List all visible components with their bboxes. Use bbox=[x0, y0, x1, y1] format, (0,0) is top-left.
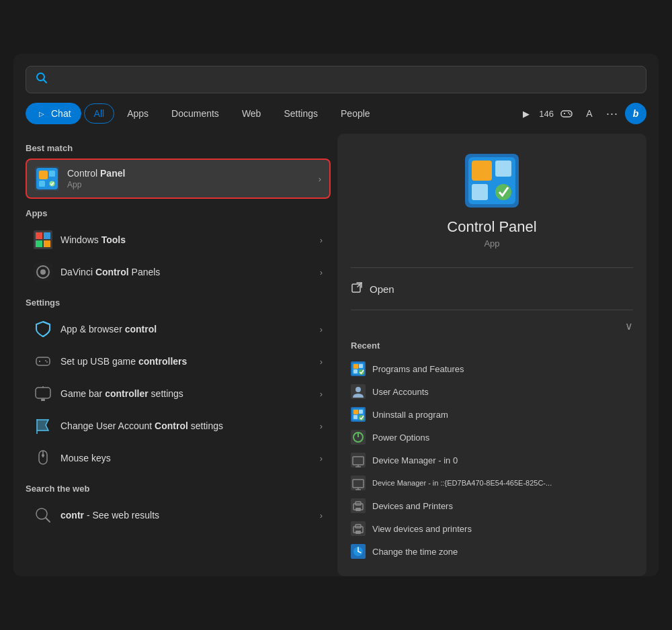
svg-rect-54 bbox=[359, 410, 363, 414]
chevron-icon: › bbox=[320, 324, 323, 334]
settings-item-mouse-keys[interactable]: Mouse keys › bbox=[26, 442, 331, 474]
uac-text: Change User Account Control settings bbox=[60, 420, 314, 431]
svg-rect-53 bbox=[353, 410, 358, 414]
svg-rect-16 bbox=[36, 240, 42, 247]
windows-tools-icon bbox=[34, 230, 52, 249]
svg-rect-55 bbox=[353, 415, 358, 419]
chevron-icon: › bbox=[320, 357, 323, 367]
tab-chat[interactable]: ▷ Chat bbox=[26, 103, 81, 124]
a-button[interactable]: A bbox=[579, 103, 599, 124]
open-button[interactable]: Open bbox=[351, 275, 633, 303]
tab-chat-label: Chat bbox=[51, 108, 71, 119]
tab-settings[interactable]: Settings bbox=[274, 103, 328, 124]
svg-rect-38 bbox=[495, 161, 511, 177]
best-match-subtitle: App bbox=[67, 180, 313, 189]
svg-rect-39 bbox=[472, 184, 488, 200]
count-label: 146 bbox=[539, 109, 554, 119]
windows-tools-title: Windows Tools bbox=[60, 234, 314, 245]
web-item-contr[interactable]: contr - See web results › bbox=[26, 499, 331, 531]
recent-item-device-manager-guid[interactable]: Device Manager - in ::{ED7BA470-8E54-465… bbox=[351, 471, 633, 494]
tab-documents[interactable]: Documents bbox=[161, 103, 229, 124]
browser-control-text: App & browser control bbox=[60, 324, 314, 334]
chevron-icon: › bbox=[320, 267, 323, 277]
svg-point-40 bbox=[495, 184, 511, 200]
play-button[interactable]: ▶ bbox=[516, 103, 536, 124]
tab-apps-label: Apps bbox=[127, 108, 149, 119]
recent-power-text: Power Options bbox=[372, 433, 429, 443]
svg-rect-46 bbox=[359, 364, 363, 368]
search-input[interactable]: Control Panel bbox=[54, 74, 636, 86]
flag-icon bbox=[34, 416, 52, 435]
recent-device-manager-guid-text: Device Manager - in ::{ED7BA470-8E54-465… bbox=[372, 479, 552, 487]
divider-mid bbox=[351, 310, 633, 310]
user-accounts-icon bbox=[351, 384, 366, 399]
apps-item-windows-tools[interactable]: Windows Tools › bbox=[26, 224, 331, 256]
game-bar-text: Game bar controller settings bbox=[60, 388, 314, 399]
svg-rect-28 bbox=[41, 399, 45, 401]
search-icon bbox=[36, 72, 48, 87]
davinci-title: DaVinci Control Panels bbox=[60, 267, 314, 277]
external-link-icon bbox=[351, 281, 363, 296]
recent-label: Recent bbox=[351, 341, 633, 351]
more-button[interactable]: ··· bbox=[602, 103, 622, 124]
control-panel-icon bbox=[35, 167, 59, 191]
search-panel: Control Panel ▷ Chat All Apps Documents … bbox=[13, 54, 659, 576]
tab-people[interactable]: People bbox=[331, 103, 380, 124]
tab-all[interactable]: All bbox=[84, 103, 115, 124]
svg-point-24 bbox=[45, 360, 46, 361]
recent-item-uninstall[interactable]: Uninstall a program bbox=[351, 403, 633, 426]
app-type: App bbox=[351, 238, 633, 249]
svg-point-12 bbox=[50, 181, 55, 187]
svg-rect-37 bbox=[472, 161, 492, 181]
search-bar: Control Panel bbox=[26, 66, 646, 93]
app-icon-large bbox=[465, 154, 519, 208]
usb-controllers-text: Set up USB game controllers bbox=[60, 356, 314, 367]
recent-item-device-manager-0[interactable]: Device Manager - in 0 bbox=[351, 449, 633, 471]
settings-item-uac[interactable]: Change User Account Control settings › bbox=[26, 410, 331, 442]
best-match-title: Control Panel bbox=[67, 168, 313, 179]
divider-top bbox=[351, 267, 633, 268]
chat-icon: ▷ bbox=[36, 107, 48, 120]
tab-all-label: All bbox=[94, 108, 105, 119]
tab-documents-label: Documents bbox=[171, 108, 219, 119]
recent-item-devices-printers[interactable]: Devices and Printers bbox=[351, 494, 633, 517]
svg-point-25 bbox=[46, 361, 48, 363]
apps-section-label: Apps bbox=[26, 208, 331, 218]
tab-apps[interactable]: Apps bbox=[117, 103, 159, 124]
svg-rect-70 bbox=[355, 508, 361, 511]
recent-item-power[interactable]: Power Options bbox=[351, 426, 633, 449]
recent-item-view-devices[interactable]: View devices and printers bbox=[351, 517, 633, 540]
bing-button[interactable]: b bbox=[625, 103, 646, 124]
recent-item-time-zone[interactable]: Change the time zone bbox=[351, 540, 633, 563]
expand-button[interactable]: ∨ bbox=[625, 320, 633, 332]
settings-section-label: Settings bbox=[26, 298, 331, 308]
recent-item-user-accounts[interactable]: User Accounts bbox=[351, 380, 633, 403]
svg-point-50 bbox=[355, 387, 361, 392]
settings-item-usb-controllers[interactable]: Set up USB game controllers › bbox=[26, 345, 331, 377]
settings-item-browser-control[interactable]: App & browser control › bbox=[26, 313, 331, 345]
web-section-label: Search the web bbox=[26, 484, 331, 494]
tabs-bar: ▷ Chat All Apps Documents Web Settings P… bbox=[26, 103, 646, 124]
svg-line-34 bbox=[46, 518, 50, 522]
recent-time-zone-text: Change the time zone bbox=[372, 547, 458, 557]
device-manager-icon bbox=[351, 453, 366, 467]
best-match-item[interactable]: Control Panel App › bbox=[26, 159, 331, 199]
svg-rect-26 bbox=[36, 388, 50, 398]
recent-view-devices-text: View devices and printers bbox=[372, 524, 472, 534]
chevron-icon: › bbox=[320, 235, 323, 245]
settings-item-game-bar[interactable]: Game bar controller settings › bbox=[26, 377, 331, 410]
apps-item-davinci[interactable]: DaVinci Control Panels › bbox=[26, 256, 331, 288]
devices-printers-icon bbox=[351, 498, 366, 513]
recent-programs-text: Programs and Features bbox=[372, 364, 464, 374]
expand-row: ∨ bbox=[351, 317, 633, 335]
svg-point-6 bbox=[569, 114, 571, 115]
chevron-icon: › bbox=[320, 421, 323, 431]
controller-button[interactable] bbox=[556, 103, 577, 124]
recent-item-programs[interactable]: Programs and Features bbox=[351, 357, 633, 380]
uninstall-icon bbox=[351, 407, 366, 422]
chevron-icon: › bbox=[320, 389, 323, 399]
svg-rect-11 bbox=[39, 181, 45, 187]
power-icon bbox=[351, 430, 366, 445]
tab-web[interactable]: Web bbox=[232, 103, 271, 124]
svg-point-32 bbox=[42, 454, 44, 457]
